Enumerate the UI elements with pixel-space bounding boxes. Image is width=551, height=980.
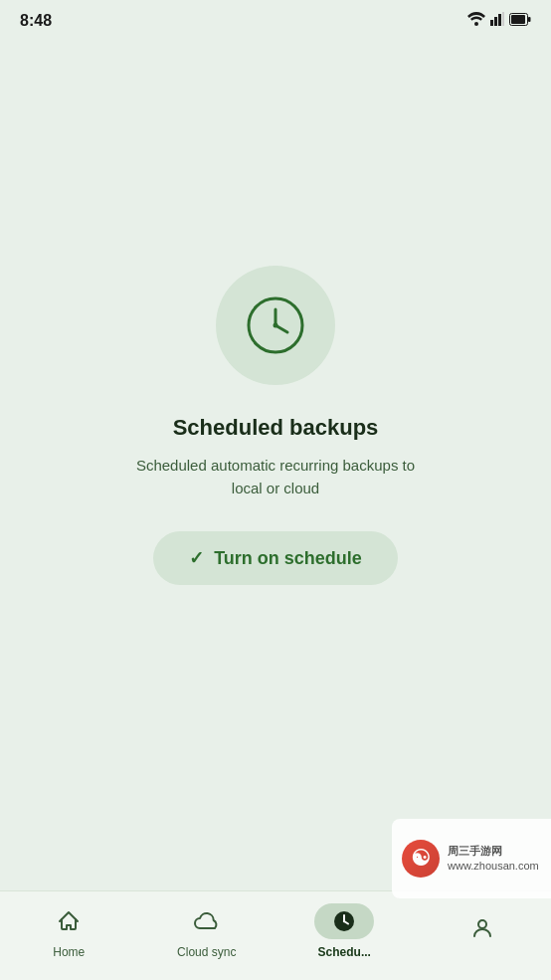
turn-on-schedule-button[interactable]: ✓ Turn on schedule bbox=[153, 531, 398, 585]
main-content: Scheduled backups Scheduled automatic re… bbox=[0, 40, 551, 890]
clock-svg bbox=[246, 295, 305, 355]
nav-item-schedule[interactable]: Schedu... bbox=[276, 903, 414, 959]
svg-rect-6 bbox=[511, 15, 525, 24]
cloud-sync-icon bbox=[193, 911, 221, 931]
schedule-icon-wrap bbox=[314, 903, 374, 939]
cloud-icon-wrap bbox=[177, 903, 237, 939]
svg-rect-1 bbox=[490, 20, 493, 26]
status-time: 8:48 bbox=[20, 12, 52, 30]
home-icon-wrap bbox=[39, 903, 98, 939]
nav-item-home[interactable]: Home bbox=[0, 903, 138, 959]
bottom-nav: Home Cloud sync Schedu... bbox=[0, 890, 551, 980]
svg-rect-2 bbox=[494, 17, 497, 26]
profile-icon-wrap bbox=[453, 910, 512, 946]
schedule-nav-label: Schedu... bbox=[318, 945, 371, 959]
checkmark-icon: ✓ bbox=[189, 547, 204, 569]
page-title: Scheduled backups bbox=[173, 415, 379, 441]
status-icons bbox=[467, 12, 531, 30]
schedule-button-label: Turn on schedule bbox=[214, 548, 362, 569]
cloud-sync-nav-label: Cloud sync bbox=[177, 945, 236, 959]
home-icon bbox=[57, 909, 81, 933]
svg-point-11 bbox=[274, 323, 278, 328]
svg-rect-3 bbox=[498, 14, 501, 26]
nav-item-profile[interactable] bbox=[414, 910, 552, 952]
svg-rect-7 bbox=[528, 17, 531, 22]
signal-icon bbox=[490, 12, 504, 30]
nav-item-cloud-sync[interactable]: Cloud sync bbox=[138, 903, 276, 959]
svg-point-0 bbox=[474, 22, 478, 26]
schedule-nav-icon bbox=[332, 909, 356, 933]
page-subtitle: Scheduled automatic recurring backups to… bbox=[126, 455, 425, 499]
home-nav-label: Home bbox=[53, 945, 85, 959]
clock-circle-icon bbox=[216, 266, 335, 385]
svg-rect-4 bbox=[502, 12, 504, 26]
svg-point-16 bbox=[478, 920, 486, 928]
profile-icon bbox=[470, 916, 494, 940]
svg-point-15 bbox=[343, 919, 345, 921]
wifi-icon bbox=[467, 12, 485, 30]
battery-icon bbox=[509, 12, 531, 30]
status-bar: 8:48 bbox=[0, 0, 551, 40]
